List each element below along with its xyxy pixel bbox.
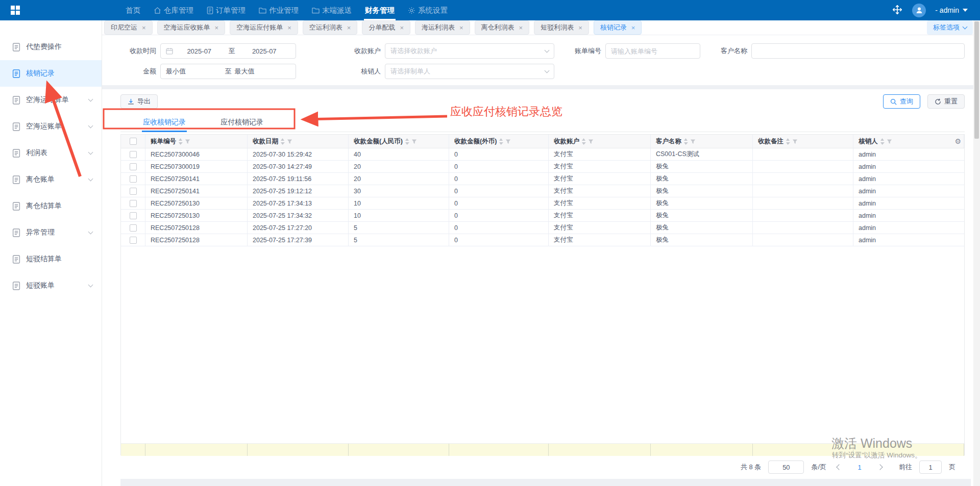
column-header-1[interactable]: 账单编号 [145, 135, 248, 148]
sidebar-item-4[interactable]: 空海运账单 [0, 113, 102, 140]
nav-item-1[interactable]: 首页 [126, 0, 140, 20]
scrollbar[interactable] [973, 20, 980, 486]
table-row-7[interactable]: REC25072501282025-07-25 17:27:2050支付宝极兔a… [121, 222, 964, 234]
apps-grid-icon[interactable] [0, 6, 31, 15]
sidebar-item-8[interactable]: 异常管理 [0, 219, 102, 246]
open-tab-3[interactable]: 空海运应付账单× [230, 20, 298, 35]
column-header-7[interactable]: 收款备注 [753, 135, 853, 148]
sidebar-item-3[interactable]: 空海运结算单 [0, 87, 102, 113]
open-tab-4[interactable]: 空运利润表× [303, 20, 358, 35]
sidebar-item-1[interactable]: 代垫费操作 [0, 34, 102, 60]
open-tab-8[interactable]: 短驳利润表× [534, 20, 589, 35]
current-page[interactable]: 1 [852, 464, 867, 471]
close-icon[interactable]: × [287, 24, 291, 32]
nav-item-4[interactable]: 作业管理 [259, 0, 299, 20]
open-tab-6[interactable]: 海运利润表× [415, 20, 470, 35]
subtab-receivable[interactable]: 应收核销记录 [142, 114, 187, 132]
table-row-1[interactable]: REC25073000462025-07-30 15:29:42400支付宝CS… [121, 148, 964, 161]
row-checkbox[interactable] [130, 163, 137, 170]
filter-funnel-icon[interactable] [588, 139, 594, 144]
customer-name-input[interactable] [751, 43, 965, 59]
sort-icon[interactable] [880, 138, 885, 145]
row-checkbox[interactable] [130, 175, 137, 183]
goto-page-input[interactable] [919, 461, 942, 474]
sidebar-item-9[interactable]: 短驳结算单 [0, 246, 102, 272]
filter-funnel-icon[interactable] [411, 139, 417, 144]
row-checkbox[interactable] [130, 200, 137, 207]
sort-icon[interactable] [499, 138, 503, 145]
sort-icon[interactable] [683, 138, 688, 145]
nav-item-7[interactable]: 系统设置 [408, 0, 448, 20]
close-icon[interactable]: × [578, 24, 582, 32]
close-icon[interactable]: × [215, 24, 219, 32]
receipt-time-range-picker[interactable]: 2025-07 至 2025-07 [160, 43, 296, 59]
user-avatar[interactable] [912, 4, 926, 17]
close-icon[interactable]: × [459, 24, 463, 32]
open-tab-2[interactable]: 空海运应收账单× [157, 20, 226, 35]
filter-funnel-icon[interactable] [287, 139, 292, 144]
open-tab-5[interactable]: 分单配载× [362, 20, 410, 35]
close-icon[interactable]: × [519, 24, 523, 32]
nav-item-3[interactable]: 订单管理 [207, 0, 246, 20]
close-icon[interactable]: × [142, 24, 146, 32]
page-size-input[interactable] [768, 461, 804, 474]
nav-item-5[interactable]: 末端派送 [312, 0, 352, 20]
scrollbar-thumb[interactable] [974, 21, 979, 139]
sort-icon[interactable] [280, 138, 285, 145]
table-row-8[interactable]: REC25072501282025-07-25 17:27:3950支付宝极兔a… [121, 234, 964, 246]
column-header-3[interactable]: 收款金额(人民币) [349, 135, 449, 148]
bill-no-input[interactable] [605, 43, 700, 59]
close-icon[interactable]: × [631, 24, 635, 32]
amount-range-input[interactable]: 最小值 至 最大值 [160, 64, 296, 79]
row-checkbox[interactable] [130, 237, 137, 244]
close-icon[interactable]: × [347, 24, 351, 32]
table-settings-gear-icon[interactable]: ⚙ [954, 137, 961, 145]
close-icon[interactable]: × [400, 24, 404, 32]
sidebar-item-6[interactable]: 离仓账单 [0, 166, 102, 193]
receipt-account-select[interactable]: 请选择收款账户 [385, 43, 554, 59]
select-all-checkbox[interactable] [130, 138, 137, 145]
column-header-5[interactable]: 收款账户 [549, 135, 651, 148]
open-tab-7[interactable]: 离仓利润表× [475, 20, 530, 35]
filter-funnel-icon[interactable] [185, 139, 190, 144]
export-button[interactable]: 导出 [120, 94, 158, 109]
query-button[interactable]: 查询 [883, 94, 920, 109]
sort-icon[interactable] [178, 138, 183, 145]
column-header-4[interactable]: 收款金额(外币) [449, 135, 549, 148]
tag-options-button[interactable]: 标签选项 [927, 20, 973, 35]
subtab-payable[interactable]: 应付核销记录 [219, 114, 264, 132]
row-checkbox[interactable] [130, 212, 137, 219]
prev-page-button[interactable] [834, 462, 845, 473]
table-row-5[interactable]: REC25072501302025-07-25 17:34:13100支付宝极兔… [121, 197, 964, 210]
open-tab-1[interactable]: 印尼空运× [104, 20, 153, 35]
verifier-select[interactable]: 请选择制单人 [385, 64, 554, 79]
sort-icon[interactable] [786, 138, 790, 145]
filter-funnel-icon[interactable] [887, 139, 892, 144]
table-row-2[interactable]: REC25073000192025-07-30 14:27:49200支付宝极兔… [121, 161, 964, 173]
column-header-2[interactable]: 收款日期 [248, 135, 349, 148]
sidebar-item-10[interactable]: 短驳账单 [0, 272, 102, 299]
move-icon[interactable] [892, 4, 903, 17]
nav-item-2[interactable]: 仓库管理 [154, 0, 193, 20]
nav-item-6[interactable]: 财务管理 [365, 0, 395, 20]
row-checkbox[interactable] [130, 224, 137, 232]
filter-funnel-icon[interactable] [505, 139, 511, 144]
reset-button[interactable]: 重置 [927, 94, 965, 109]
table-row-4[interactable]: REC25072501412025-07-25 19:12:12300支付宝极兔… [121, 185, 964, 197]
sort-icon[interactable] [405, 138, 409, 145]
table-row-3[interactable]: REC25072501412025-07-25 19:11:56200支付宝极兔… [121, 173, 964, 185]
sidebar-item-5[interactable]: 利润表 [0, 140, 102, 166]
sidebar-item-2[interactable]: 核销记录 [0, 60, 102, 87]
filter-funnel-icon[interactable] [792, 139, 798, 144]
next-page-button[interactable] [874, 462, 886, 473]
filter-funnel-icon[interactable] [690, 139, 696, 144]
column-header-8[interactable]: 核销人 [853, 135, 964, 148]
table-row-6[interactable]: REC25072501302025-07-25 17:34:32100支付宝极兔… [121, 210, 964, 222]
sidebar-item-7[interactable]: 离仓结算单 [0, 193, 102, 219]
row-checkbox[interactable] [130, 151, 137, 158]
row-checkbox[interactable] [130, 188, 137, 195]
open-tab-9[interactable]: 核销记录× [594, 20, 642, 35]
user-menu[interactable]: - admin [935, 6, 968, 14]
column-header-6[interactable]: 客户名称 [651, 135, 753, 148]
sort-icon[interactable] [581, 138, 586, 145]
